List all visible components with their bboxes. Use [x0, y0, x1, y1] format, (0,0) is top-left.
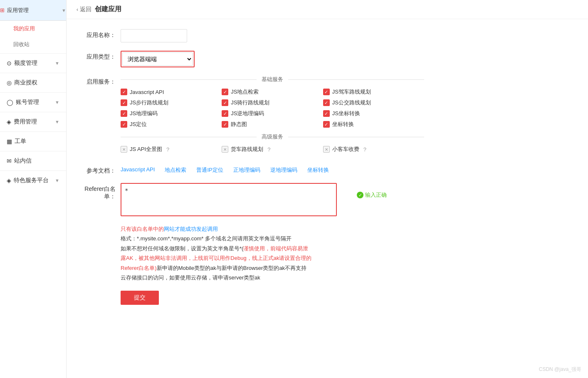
service-js-bike-route[interactable]: JS骑行路线规划 [222, 99, 323, 106]
app-name-input[interactable] [121, 29, 187, 42]
service-js-poi-search[interactable]: JS地点检索 [222, 88, 323, 96]
referer-label: Referer白名单： [83, 183, 121, 200]
desc-text: 只有该白名单中的网站才能成功发起调用 格式：*.mysite.com*,*mya… [121, 224, 424, 282]
ref-link-coord-convert[interactable]: 坐标转换 [307, 166, 329, 174]
sidebar-logo-label: 应用管理 [7, 7, 29, 14]
service-static-map-checkbox[interactable] [222, 121, 228, 128]
sidebar-item-commerce[interactable]: ◎ 商业授权 [0, 74, 66, 91]
service-js-geocode-label: JS地理编码 [130, 110, 158, 117]
service-coord-convert-label: 坐标转换 [332, 121, 354, 128]
desc-line2: 格式：*.mysite.com*,*myapp.com* 多个域名之间请用英文半… [121, 234, 424, 243]
service-js-walk-route-checkbox[interactable] [121, 99, 127, 106]
desc-line6: 云存储接口的访问，如要使用云存储，请申请server类型ak [121, 273, 424, 282]
service-truck-route-help-icon[interactable]: ? [267, 146, 270, 153]
refs-row: 参考文档： Javascript API 地点检索 普通IP定位 正地理编码 逆… [83, 166, 424, 175]
page-title: 创建应用 [95, 5, 121, 14]
sidebar-item-special[interactable]: ◈ 特色服务平台 ▼ [0, 172, 66, 189]
service-js-geocode-checkbox[interactable] [121, 110, 127, 117]
sidebar-item-orders[interactable]: ▦ 工单 [0, 133, 66, 150]
sidebar: ⊞ 应用管理 ▼ 我的应用 回收站 ⊙ 额度管理 ▼ ◎ 商业授权 ◯ 账号管理… [0, 0, 67, 378]
sidebar-item-account[interactable]: ◯ 账号管理 ▼ [0, 94, 66, 111]
service-truck-route-label: 货车路线规划 [231, 146, 263, 153]
service-js-reverse-geocode[interactable]: JS逆地理编码 [222, 110, 323, 117]
app-name-row: 应用名称： [83, 29, 424, 42]
basic-services-divider: 基础服务 [121, 76, 424, 83]
service-js-panorama[interactable]: JS API全景图 ? [121, 146, 222, 153]
ref-link-geocode[interactable]: 正地理编码 [233, 166, 260, 174]
whitelist-link[interactable]: 网站才能成功发起调用 [164, 226, 218, 232]
ref-link-reverse-geocode[interactable]: 逆地理编码 [270, 166, 297, 174]
service-truck-route-checkbox[interactable] [222, 146, 228, 153]
services-row: 启用服务： 基础服务 Javascript API JS地点检 [83, 76, 424, 158]
ref-link-poi-search[interactable]: 地点检索 [165, 166, 186, 174]
service-static-map[interactable]: 静态图 [222, 121, 323, 128]
quota-label: 额度管理 [14, 59, 37, 67]
service-car-toll[interactable]: 小客车收费 ? [323, 146, 424, 153]
adv-divider-line-left [121, 137, 257, 137]
sidebar-item-messages[interactable]: ✉ 站内信 [0, 152, 66, 170]
service-js-location[interactable]: JS定位 [121, 121, 222, 128]
ref-link-ip-location[interactable]: 普通IP定位 [196, 166, 223, 174]
app-name-control [121, 29, 424, 42]
advanced-services-divider: 高级服务 [121, 133, 424, 141]
divider-1 [0, 53, 66, 54]
app-type-control: 浏览器端端 服务端 Android端 iOS端 [121, 51, 424, 67]
service-js-drive-route[interactable]: JS驾车路线规划 [323, 88, 424, 96]
page-header: ‹ 返回 创建应用 [67, 0, 588, 19]
desc-warning-inline3: Referer白名单) [121, 265, 157, 271]
form-container: 应用名称： 应用类型： 浏览器端端 服务端 Android端 iOS端 [67, 19, 441, 315]
service-js-bus-route-checkbox[interactable] [323, 99, 330, 106]
services-label: 启用服务： [83, 76, 121, 86]
back-link[interactable]: ‹ 返回 [77, 6, 91, 13]
account-arrow: ▼ [55, 100, 59, 105]
service-car-toll-help-icon[interactable]: ? [363, 146, 366, 153]
service-javascript-api[interactable]: Javascript API [121, 88, 222, 96]
service-js-drive-route-checkbox[interactable] [323, 89, 330, 95]
divider-line-left [121, 79, 257, 80]
service-car-toll-checkbox[interactable] [323, 146, 330, 153]
messages-icon: ✉ [7, 158, 12, 164]
service-js-coord-convert[interactable]: JS坐标转换 [323, 110, 424, 117]
sidebar-item-recycle[interactable]: 回收站 [0, 37, 66, 52]
submit-button[interactable]: 提交 [121, 291, 159, 305]
refs-label: 参考文档： [83, 166, 121, 175]
back-chevron-icon: ‹ [77, 7, 78, 12]
service-js-geocode[interactable]: JS地理编码 [121, 110, 222, 117]
service-js-bus-route-label: JS公交路线规划 [332, 99, 371, 106]
service-js-coord-convert-checkbox[interactable] [323, 110, 330, 117]
app-type-row: 应用类型： 浏览器端端 服务端 Android端 iOS端 [83, 51, 424, 67]
service-js-reverse-geocode-checkbox[interactable] [222, 110, 228, 117]
divider-4 [0, 112, 66, 112]
sidebar-item-my-apps[interactable]: 我的应用 [0, 21, 66, 37]
app-type-label: 应用类型： [83, 51, 121, 61]
service-truck-route[interactable]: 货车路线规划 ? [222, 146, 323, 153]
service-javascript-api-label: Javascript API [130, 89, 164, 95]
sidebar-group-apps: 我的应用 回收站 [0, 21, 66, 52]
service-js-panorama-help-icon[interactable]: ? [166, 146, 169, 153]
sidebar-logo: ⊞ 应用管理 ▼ [0, 0, 66, 21]
sidebar-item-billing[interactable]: ◈ 费用管理 ▼ [0, 113, 66, 131]
desc-line5: Referer白名单)新申请的Mobile类型的ak与新申请的Browser类型… [121, 263, 424, 273]
service-coord-convert[interactable]: 坐标转换 [323, 121, 424, 128]
billing-label: 费用管理 [14, 118, 37, 126]
service-coord-convert-checkbox[interactable] [323, 121, 330, 128]
service-js-panorama-checkbox[interactable] [121, 146, 127, 153]
sidebar-item-quota[interactable]: ⊙ 额度管理 ▼ [0, 54, 66, 72]
back-label: 返回 [80, 6, 91, 13]
app-type-select[interactable]: 浏览器端端 服务端 Android端 iOS端 [122, 52, 193, 66]
service-js-bike-route-label: JS骑行路线规划 [231, 99, 269, 106]
referer-textarea[interactable]: * [121, 183, 337, 216]
service-js-bus-route[interactable]: JS公交路线规划 [323, 99, 424, 106]
service-js-walk-route[interactable]: JS步行路线规划 [121, 99, 222, 106]
service-js-bike-route-checkbox[interactable] [222, 99, 228, 106]
service-js-location-checkbox[interactable] [121, 121, 127, 128]
service-js-poi-search-checkbox[interactable] [222, 89, 228, 95]
orders-label: 工单 [15, 138, 26, 145]
ref-link-javascript-api[interactable]: Javascript API [121, 166, 155, 174]
commerce-icon: ◎ [7, 79, 12, 86]
advanced-services-label: 高级服务 [257, 133, 288, 141]
account-label: 账号管理 [16, 99, 39, 106]
adv-divider-line-right [288, 137, 424, 137]
desc-line3: 如果不想对任何域名做限制，设置为英文半角星号*(谨慎使用，前端代码容易泄 [121, 244, 424, 253]
service-javascript-api-checkbox[interactable] [121, 89, 127, 95]
